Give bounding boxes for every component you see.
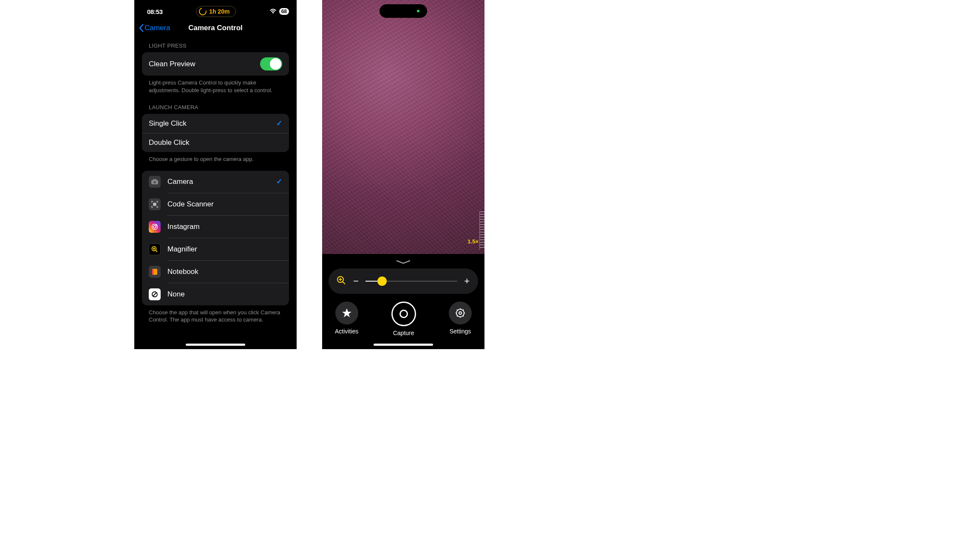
qr-icon bbox=[149, 198, 161, 210]
clean-preview-row[interactable]: Clean Preview bbox=[142, 52, 289, 76]
app-row-magnifier[interactable]: Magnifier bbox=[142, 238, 289, 260]
activities-button[interactable] bbox=[335, 302, 358, 324]
status-time: 08:53 bbox=[147, 8, 163, 15]
back-button[interactable]: Camera bbox=[139, 24, 170, 32]
zoom-in-button[interactable]: + bbox=[463, 276, 470, 287]
svg-point-5 bbox=[153, 226, 156, 228]
camera-active-dot-icon bbox=[417, 10, 419, 12]
svg-line-26 bbox=[463, 316, 464, 316]
bottom-button-row: Activities Capture Settings bbox=[328, 294, 479, 336]
svg-line-25 bbox=[457, 310, 458, 310]
home-indicator[interactable] bbox=[374, 344, 433, 346]
zoom-in-icon[interactable] bbox=[336, 275, 346, 287]
svg-point-6 bbox=[156, 225, 157, 226]
list-item-label: Single Click bbox=[149, 119, 187, 128]
section-header-light-press: LIGHT PRESS bbox=[134, 40, 297, 52]
capture-label: Capture bbox=[393, 330, 414, 336]
zoom-out-button[interactable]: − bbox=[352, 276, 360, 287]
notebook-icon bbox=[149, 266, 161, 278]
activities-label: Activities bbox=[335, 328, 358, 335]
settings-button[interactable] bbox=[449, 302, 472, 324]
clean-preview-toggle[interactable] bbox=[260, 57, 282, 71]
back-label: Camera bbox=[144, 24, 170, 32]
gear-icon bbox=[455, 308, 466, 319]
focus-time: 1h 20m bbox=[209, 8, 229, 15]
svg-line-28 bbox=[463, 310, 464, 310]
magnifier-phone: 1.5× − + Activities bbox=[322, 0, 484, 349]
app-label: Notebook bbox=[167, 268, 198, 276]
single-click-row[interactable]: Single Click ✓ bbox=[142, 114, 289, 133]
app-label: Instagram bbox=[167, 223, 200, 231]
svg-line-14 bbox=[153, 292, 157, 296]
magnifier-icon bbox=[149, 243, 161, 255]
page-title: Camera Control bbox=[188, 24, 243, 32]
list-item-label: Double Click bbox=[149, 138, 189, 147]
app-row-notebook[interactable]: Notebook bbox=[142, 261, 289, 283]
app-selection-footer: Choose the app that will open when you c… bbox=[134, 305, 297, 331]
zoom-scale-icon[interactable] bbox=[479, 212, 484, 250]
status-bar: 08:53 1h 20m 68 bbox=[134, 0, 297, 20]
home-indicator[interactable] bbox=[186, 344, 245, 346]
check-icon: ✓ bbox=[276, 119, 282, 128]
dynamic-island[interactable] bbox=[380, 4, 427, 18]
capture-inner-icon bbox=[399, 310, 408, 318]
app-label: Code Scanner bbox=[167, 200, 214, 209]
check-icon: ✓ bbox=[276, 177, 282, 186]
svg-line-8 bbox=[156, 250, 158, 252]
zoom-slider[interactable] bbox=[365, 281, 457, 282]
launch-camera-list: Single Click ✓ Double Click bbox=[142, 114, 289, 152]
instagram-icon bbox=[149, 221, 161, 233]
battery-indicator: 68 bbox=[279, 8, 289, 15]
svg-point-20 bbox=[459, 312, 462, 314]
app-row-code-scanner[interactable]: Code Scanner bbox=[142, 193, 289, 215]
chevron-down-icon[interactable] bbox=[396, 258, 411, 266]
svg-line-27 bbox=[457, 316, 458, 316]
app-row-none[interactable]: None bbox=[142, 283, 289, 305]
settings-phone: 08:53 1h 20m 68 Camera Camera Control LI… bbox=[134, 0, 297, 349]
zoom-slider-container: − + bbox=[329, 268, 478, 294]
svg-point-2 bbox=[153, 181, 156, 183]
svg-rect-12 bbox=[152, 269, 153, 275]
wifi-icon bbox=[269, 8, 277, 15]
app-label: Camera bbox=[167, 178, 193, 186]
none-icon bbox=[149, 288, 161, 300]
svg-line-16 bbox=[343, 282, 345, 284]
star-icon bbox=[341, 308, 352, 319]
app-row-camera[interactable]: Camera ✓ bbox=[142, 171, 289, 193]
app-selection-list: Camera ✓ Code Scanner Instagram bbox=[142, 171, 289, 305]
light-press-footer: Light-press Camera Control to quickly ma… bbox=[134, 76, 297, 102]
svg-rect-1 bbox=[153, 179, 156, 181]
chevron-left-icon bbox=[139, 24, 144, 32]
capture-button[interactable] bbox=[391, 302, 416, 326]
controls-panel: − + Activities Capture bbox=[322, 254, 484, 349]
camera-viewport[interactable]: 1.5× bbox=[322, 0, 484, 254]
app-row-instagram[interactable]: Instagram bbox=[142, 216, 289, 238]
nav-bar: Camera Camera Control bbox=[134, 20, 297, 40]
launch-camera-footer: Choose a gesture to open the camera app. bbox=[134, 152, 297, 171]
app-label: Magnifier bbox=[167, 245, 197, 254]
slider-thumb[interactable] bbox=[377, 276, 387, 286]
zoom-level-label: 1.5× bbox=[467, 238, 479, 245]
timer-icon bbox=[198, 6, 208, 17]
camera-icon bbox=[149, 176, 161, 188]
double-click-row[interactable]: Double Click bbox=[142, 133, 289, 152]
focus-pill[interactable]: 1h 20m bbox=[196, 6, 236, 17]
light-press-list: Clean Preview bbox=[142, 52, 289, 76]
clean-preview-label: Clean Preview bbox=[149, 60, 195, 68]
app-label: None bbox=[167, 290, 185, 299]
settings-label: Settings bbox=[450, 328, 471, 335]
svg-rect-3 bbox=[153, 203, 156, 206]
section-header-launch-camera: LAUNCH CAMERA bbox=[134, 102, 297, 114]
